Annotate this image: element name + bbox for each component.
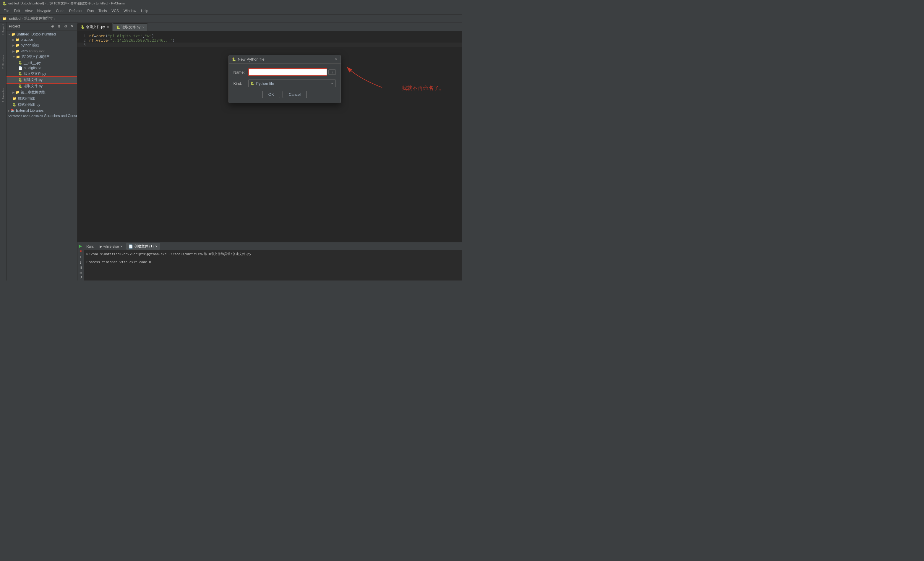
sidebar-close-btn[interactable]: ✕ [69, 24, 75, 29]
editor-line-2: 2 nf.write("3.14159265358979323846...") [78, 38, 462, 43]
tree-item-ch2[interactable]: ▶ 📁 第二章数据类型 [6, 89, 77, 96]
tree-item-format-out-py[interactable]: 🐍 格式化输出.py [6, 102, 77, 108]
menu-file[interactable]: File [1, 8, 12, 14]
editor-line-1: 1 nf=open("pi_digits.txt","w") [78, 34, 462, 38]
editor-section: 🐍 创建文件.py ✕ 🐍 读取文件.py ✕ 1 nf=open("pi_di… [78, 22, 462, 280]
menu-window[interactable]: Window [121, 8, 139, 14]
menu-edit[interactable]: Edit [12, 8, 22, 14]
modal-title: New Python file [238, 57, 334, 62]
breadcrumb-chapter[interactable]: 第10章文件和异常 [24, 16, 53, 21]
tab-read-file[interactable]: 🐍 读取文件.py ✕ [113, 23, 148, 31]
sidebar-settings-btn[interactable]: ⚙ [63, 24, 68, 29]
run-pause-btn[interactable]: ⏸ [78, 266, 84, 270]
modal-cancel-button[interactable]: Cancel [283, 91, 307, 98]
favorites-strip-label[interactable]: 2: Favorites [2, 88, 5, 102]
menu-tools[interactable]: Tools [96, 8, 109, 14]
bottom-tab-while-else-close[interactable]: ✕ [120, 245, 123, 248]
run-up-btn[interactable]: ↑ [78, 254, 84, 259]
run-rerun-btn[interactable]: ↺ [78, 276, 84, 280]
run-play-btn[interactable]: ▶ [78, 243, 84, 248]
modal-ok-button[interactable]: OK [262, 91, 280, 98]
annotation: 我就不再命名了。 [402, 84, 444, 92]
bottom-tab-while-else[interactable]: ▶ while else ✕ [97, 243, 125, 249]
modal-kind-label: Kind: [234, 81, 248, 86]
tree-item-init[interactable]: 🐍 __init__.py [6, 60, 77, 65]
structure-strip-label[interactable]: 2: Structure [2, 55, 5, 69]
menu-run[interactable]: Run [85, 8, 96, 14]
modal-close-btn[interactable]: ✕ [334, 57, 338, 62]
menu-view[interactable]: View [22, 8, 35, 14]
run-content: Run: ▶ while else ✕ 📄 创建文件 (1) ✕ D:\tool… [84, 242, 462, 280]
run-command: D:\tools\untitled\venv\Scripts\python.ex… [86, 252, 460, 256]
new-python-file-dialog: 🐍 New Python file ✕ Name: ↑↓ Kind: [228, 55, 341, 103]
run-output-area: D:\tools\untitled\venv\Scripts\python.ex… [84, 250, 462, 280]
modal-name-field: Name: ↑↓ [234, 68, 336, 76]
menu-bar: File Edit View Navigate Code Refactor Ru… [0, 7, 462, 15]
editor-line-3: 3 [78, 43, 462, 47]
menu-navigate[interactable]: Navigate [35, 8, 54, 14]
tree-item-write-file[interactable]: 🐍 写入空文件.py [6, 70, 77, 77]
modal-dropdown-arrow-icon: ▼ [331, 82, 334, 85]
breadcrumb-root[interactable]: untitled [9, 16, 21, 21]
run-down-btn[interactable]: ↓ [78, 260, 84, 264]
modal-kind-value: Python file [256, 81, 274, 86]
main-layout: 1: Project 2: Structure 2: Favorites Pro… [0, 22, 462, 280]
project-strip-label[interactable]: 1: Project [2, 24, 5, 36]
tree-item-venv[interactable]: ▶ 📁 venv library root [6, 48, 77, 54]
breadcrumb: 📁 untitled › 第10章文件和异常 › [0, 15, 462, 22]
bottom-panel: ▶ ■ ↑ ↓ ⏸ ⊞ ↺ Run: ▶ while else ✕ 📄 [78, 242, 462, 280]
sidebar-expand-btn[interactable]: ⇅ [57, 24, 62, 29]
bottom-tab-create-close[interactable]: ✕ [155, 245, 158, 248]
project-tree: ▼ 📁 untitled D:\tools\untitled ▶ 📁 pract… [6, 30, 77, 280]
tree-item-format-out[interactable]: 📁 格式化输出 [6, 96, 77, 102]
tree-item-ext-libs[interactable]: ▶ 📚 External Libraries [6, 108, 77, 113]
tree-item-python-prog[interactable]: ▶ 📁 python 编程 [6, 42, 77, 48]
run-label: Run: [86, 244, 94, 249]
tree-item-read-file[interactable]: 🐍 读取文件.py [6, 83, 77, 89]
modal-kind-select[interactable]: 🐍 Python file ▼ [248, 80, 336, 87]
modal-kind-field: Kind: 🐍 Python file ▼ [234, 80, 336, 87]
bottom-left-strip: ▶ ■ ↑ ↓ ⏸ ⊞ ↺ [78, 242, 84, 280]
modal-python-icon: 🐍 [232, 57, 236, 62]
run-coverage-btn[interactable]: ⊞ [78, 271, 84, 275]
annotation-text: 我就不再命名了。 [402, 85, 444, 91]
run-output-text: Process finished with exit code 0 [86, 260, 460, 264]
menu-help[interactable]: Help [139, 8, 151, 14]
modal-sort-button[interactable]: ↑↓ [328, 69, 336, 75]
modal-body: Name: ↑↓ Kind: 🐍 Python file ▼ [229, 63, 340, 103]
title-bar: 🐍 untitled [D:\tools\untitled] - ...\第10… [0, 0, 462, 7]
tree-item-create-file[interactable]: 🐍 创建文件.py [6, 77, 77, 83]
editor-area[interactable]: 1 nf=open("pi_digits.txt","w") 2 nf.writ… [78, 32, 462, 242]
modal-title-bar: 🐍 New Python file ✕ [229, 55, 340, 63]
tree-item-pi-digits[interactable]: 📄 pi_digits.txt [6, 65, 77, 70]
sidebar-header: Project ⊕ ⇅ ⚙ ✕ [6, 22, 77, 30]
left-icon-strip: 1: Project 2: Structure 2: Favorites [0, 22, 6, 280]
bottom-tab-bar: Run: ▶ while else ✕ 📄 创建文件 (1) ✕ [84, 242, 462, 250]
create-file-run-icon: 📄 [129, 244, 133, 249]
editor-content: 1 nf=open("pi_digits.txt","w") 2 nf.writ… [78, 32, 462, 50]
modal-name-input[interactable] [248, 68, 327, 76]
menu-vcs[interactable]: VCS [109, 8, 121, 14]
modal-name-label: Name: [234, 70, 248, 75]
modal-overlay: 🐍 New Python file ✕ Name: ↑↓ Kind: [78, 32, 462, 242]
tree-item-scratches[interactable]: Scratches and Consoles Scratches and Con… [6, 113, 77, 118]
run-stop-btn[interactable]: ■ [78, 249, 84, 253]
title-text: untitled [D:\tools\untitled] - ...\第10章文… [8, 1, 125, 6]
sidebar-title: Project [9, 24, 50, 28]
menu-code[interactable]: Code [54, 8, 67, 14]
tab-bar: 🐍 创建文件.py ✕ 🐍 读取文件.py ✕ [78, 22, 462, 32]
tree-item-untitled-root[interactable]: ▼ 📁 untitled D:\tools\untitled [6, 32, 77, 37]
while-else-icon: ▶ [100, 244, 102, 249]
app-icon: 🐍 [2, 2, 7, 6]
tree-item-ch10[interactable]: ▼ 📁 第10章文件和异常 [6, 54, 77, 60]
tree-item-practice[interactable]: ▶ 📁 practice [6, 37, 77, 42]
tab-close-create[interactable]: ✕ [107, 26, 109, 28]
sidebar-locate-btn[interactable]: ⊕ [50, 24, 55, 29]
menu-refactor[interactable]: Refactor [67, 8, 85, 14]
tab-close-read[interactable]: ✕ [142, 26, 144, 29]
bottom-tab-create-file[interactable]: 📄 创建文件 (1) ✕ [126, 243, 160, 250]
tab-create-file[interactable]: 🐍 创建文件.py ✕ [78, 23, 112, 31]
breadcrumb-icon: 📁 [2, 16, 7, 21]
modal-buttons: OK Cancel [234, 91, 336, 98]
sidebar: Project ⊕ ⇅ ⚙ ✕ ▼ 📁 untitled D:\tools\un… [6, 22, 78, 280]
